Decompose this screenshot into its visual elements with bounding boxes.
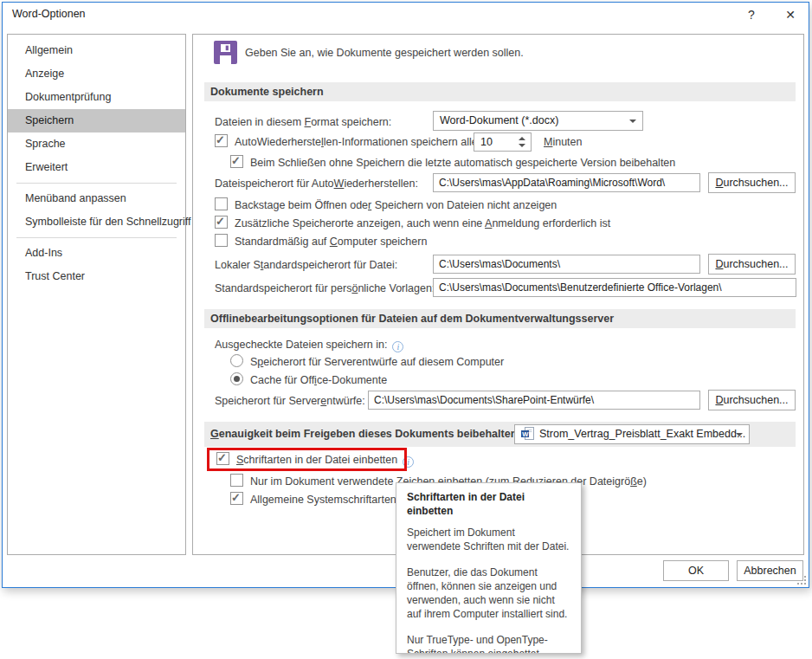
embed-fonts-label: Schriftarten in der Datei einbetten [236,454,397,466]
default-local-path-row: Lokaler Standardspeicherort für Datei: C… [193,254,803,275]
office-cache-radio[interactable] [230,372,243,385]
stepper-down-icon[interactable] [518,141,525,149]
extra-places-checkbox[interactable] [215,216,228,229]
fidelity-document-value: Strom_Vertrag_Preisblatt_Exakt Embedd... [539,428,745,440]
autorecover-path-label: Dateispeicherort für AutoWiederherstelle… [215,175,418,192]
sidebar-item-sprache[interactable]: Sprache [8,132,185,156]
minutes-label: Minuten [544,133,582,151]
server-drafts-radio-row: Speicherort für Serverentwürfe auf diese… [193,353,803,371]
save-floppy-icon [214,41,237,67]
checkout-label: Ausgecheckte Dateien speichern in: [215,339,387,351]
autorecover-path-row: Dateispeicherort für AutoWiederherstelle… [193,172,803,193]
minutes-value: 10 [480,136,493,148]
sidebar-item-trustcenter[interactable]: Trust Center [8,265,185,288]
server-drafts-path-input[interactable]: C:\Users\mas\Documents\SharePoint-Entwür… [368,391,700,410]
server-drafts-radio[interactable] [230,354,243,367]
embed-used-chars-checkbox[interactable] [230,474,243,487]
format-row: Dateien in diesem Format speichern: Word… [193,111,803,128]
save-to-computer-row: Standardmäßig auf Computer speichern [193,233,803,250]
sidebar-item-addins[interactable]: Add-Ins [8,242,185,265]
autorecover-minutes-stepper[interactable]: 10 [474,132,532,152]
server-drafts-path-label: Speicherort für Serverentwürfe: [215,392,365,410]
default-local-path-input[interactable]: C:\Users\mas\Documents\ [433,255,700,274]
word-document-icon: W [521,427,535,444]
autorecover-path-input[interactable]: C:\Users\mas\AppData\Roaming\Microsoft\W… [433,173,700,192]
templates-path-input[interactable]: C:\Users\mas\Documents\Benutzerdefiniert… [433,278,796,297]
sidebar-item-menueband[interactable]: Menüband anpassen [8,187,185,210]
sidebar-item-speichern[interactable]: Speichern [8,109,185,132]
format-dropdown-value: Word-Dokument (*.docx) [440,114,558,126]
embed-fonts-tooltip: Schriftarten in der Datei einbetten Spei… [396,482,582,654]
options-sidebar: Allgemein Anzeige Dokumentprüfung Speich… [7,34,186,555]
checkout-row: Ausgecheckte Dateien speichern in:i [193,336,803,353]
autorecover-checkbox[interactable] [215,134,228,147]
sidebar-divider [16,183,177,184]
chevron-down-icon [629,120,636,123]
autorecover-row: AutoWiederherstellen-Informationen speic… [193,133,803,151]
office-cache-radio-label: Cache für Office-Dokumente [250,374,387,386]
section-header-dokumente-speichern: Dokumente speichern [204,82,796,101]
sidebar-divider [16,237,177,238]
no-system-fonts-checkbox[interactable] [230,492,243,505]
save-settings-panel: Geben Sie an, wie Dokumente gespeichert … [192,34,804,555]
help-icon[interactable]: ? [741,5,762,24]
browse-local-button[interactable]: Durchsuchen... [708,254,796,275]
sidebar-item-erweitert[interactable]: Erweitert [8,156,185,179]
backstage-checkbox[interactable] [215,197,228,210]
cancel-button[interactable]: Abbrechen [737,560,803,581]
browse-autorecover-button[interactable]: Durchsuchen... [708,172,796,193]
chevron-down-icon [736,433,743,436]
autorecover-label: AutoWiederherstellen-Informationen speic… [235,136,478,148]
templates-path-label: Standardspeicherort für persönliche Vorl… [215,280,435,297]
backstage-label: Backstage beim Öffnen oder Speichern von… [235,199,557,211]
extra-places-label: Zusätzliche Speicherorte anzeigen, auch … [235,217,610,229]
tooltip-paragraph: Speichert im Dokument verwendete Schrift… [407,526,570,553]
ok-button[interactable]: OK [663,560,729,581]
embed-fonts-checkbox[interactable] [216,452,229,465]
fidelity-title: Genauigkeit beim Freigeben dieses Dokume… [210,428,520,440]
keep-last-version-checkbox[interactable] [230,155,243,168]
format-dropdown[interactable]: Word-Dokument (*.docx) [433,111,643,131]
sidebar-item-anzeige[interactable]: Anzeige [8,62,185,86]
extra-places-row: Zusätzliche Speicherorte anzeigen, auch … [193,215,803,232]
word-options-screen: Word-Optionen ? ✕ Allgemein Anzeige Doku… [0,0,812,659]
server-drafts-path-row: Speicherort für Serverentwürfe: C:\Users… [193,390,803,410]
save-to-computer-checkbox[interactable] [215,234,228,247]
format-label: Dateien in diesem Format speichern: [215,113,391,131]
info-icon[interactable]: i [403,456,414,468]
sidebar-item-symbolleiste[interactable]: Symbolleiste für den Schnellzugriff [8,210,185,234]
fidelity-document-dropdown[interactable]: W Strom_Vertrag_Preisblatt_Exakt Embedd.… [514,424,750,444]
sidebar-item-allgemein[interactable]: Allgemein [8,39,185,62]
save-to-computer-label: Standardmäßig auf Computer speichern [235,236,427,248]
svg-text:W: W [522,430,529,438]
keep-last-version-label: Beim Schließen ohne Speichern die letzte… [250,157,675,169]
templates-path-row: Standardspeicherort für persönliche Vorl… [193,277,803,298]
tooltip-paragraph: Nur TrueType- und OpenType-Schriften kön… [407,633,570,654]
page-description: Geben Sie an, wie Dokumente gespeichert … [245,47,524,59]
close-icon[interactable]: ✕ [780,5,801,24]
default-local-path-label: Lokaler Standardspeicherort für Datei: [215,256,397,274]
keep-last-version-row: Beim Schließen ohne Speichern die letzte… [193,154,803,171]
dialog-title: Word-Optionen [12,8,86,20]
tooltip-title: Schriftarten in der Datei einbetten [407,490,570,518]
browse-drafts-button[interactable]: Durchsuchen... [708,390,796,410]
section-header-offline: Offlinebearbeitungsoptionen für Dateien … [204,309,796,328]
backstage-row: Backstage beim Öffnen oder Speichern von… [193,197,803,214]
server-drafts-radio-label: Speicherort für Serverentwürfe auf diese… [250,356,504,368]
office-cache-radio-row: Cache für Office-Dokumente [193,371,803,389]
info-icon[interactable]: i [392,341,403,352]
sidebar-item-dokumentpruefung[interactable]: Dokumentprüfung [8,86,185,109]
tooltip-paragraph: Benutzer, die das Dokument öffnen, könne… [407,565,570,621]
embed-fonts-row: Schriftarten in der Datei einbetteni [193,451,803,468]
